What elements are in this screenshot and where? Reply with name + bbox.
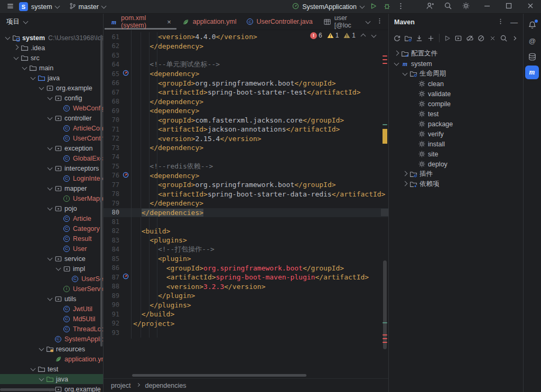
maven-download-button[interactable]: [415, 32, 424, 44]
stripe-change-mark[interactable]: [383, 124, 387, 125]
maven-run-button[interactable]: [442, 32, 452, 44]
tool-stripe-bell-button[interactable]: [525, 18, 539, 32]
chevron-down-icon[interactable]: [47, 256, 52, 261]
tool-stripe-maven-button[interactable]: m: [525, 66, 539, 79]
editor-horizontal-scrollbar[interactable]: [132, 374, 306, 377]
code-line-88[interactable]: 88 <version>3.2.3</version>: [104, 282, 388, 292]
project-widget[interactable]: system: [31, 1, 60, 13]
error-count[interactable]: ! 6: [310, 32, 322, 39]
maven-tree-item-item[interactable]: 配置文件: [389, 49, 523, 59]
project-tree-item-userservice[interactable]: IUserService: [0, 284, 103, 294]
chevron-down-icon[interactable]: [39, 85, 44, 90]
project-tree-item-utils[interactable]: utils: [0, 294, 103, 304]
code-line-77[interactable]: 77 <groupId>org.springframework.boot</gr…: [104, 180, 388, 190]
project-tree-item-articlecontro[interactable]: CArticleContro: [0, 123, 103, 133]
chevron-down-icon[interactable]: [47, 206, 52, 211]
code-line-74[interactable]: 74: [104, 153, 388, 162]
code-line-81[interactable]: 81: [104, 217, 388, 227]
code-line-84[interactable]: 84 <!--打包操作-->: [104, 245, 388, 255]
maven-tree-item-item[interactable]: 生命周期: [389, 69, 523, 79]
project-tree-item-application-yml[interactable]: application.yml: [0, 354, 103, 364]
minimize-button[interactable]: [476, 0, 498, 14]
project-tree-item-resources[interactable]: resources: [0, 344, 103, 354]
chevron-down-icon[interactable]: [13, 55, 18, 60]
warning-count[interactable]: 1: [327, 32, 339, 39]
tab-application-yml[interactable]: application.yml: [176, 14, 242, 30]
error-stripe-mark[interactable]: [383, 59, 387, 60]
tab-list-chevron-icon[interactable]: [366, 18, 371, 24]
maven-execute-button[interactable]: [454, 32, 463, 44]
search-everywhere-button[interactable]: [442, 1, 454, 13]
tab-pom-xml-system[interactable]: mpom.xml (system)×: [105, 14, 176, 30]
tool-stripe-ai-button[interactable]: @: [525, 34, 539, 48]
breadcrumb-item[interactable]: dependencies: [145, 382, 186, 389]
ellipsis-vertical-icon[interactable]: [497, 18, 504, 26]
maven-tree-item-site[interactable]: site: [389, 149, 523, 159]
project-tree-item-system[interactable]: systemC:\Users\31968\IdeaPro: [0, 33, 103, 43]
project-tree-item-usercontrolle[interactable]: CUserControlle: [0, 133, 103, 143]
code-line-67[interactable]: 67 <artifactId>spring-boot-starter-test<…: [104, 88, 388, 97]
maven-dependency-gutter-icon[interactable]: [123, 273, 129, 281]
project-tree-item-loginintercep[interactable]: CLoginIntercep: [0, 173, 103, 183]
code-line-70[interactable]: 70 <groupId>com.fasterxml.jackson.core</…: [104, 116, 388, 125]
project-tree-item-java[interactable]: java: [0, 73, 103, 83]
chevron-right-icon[interactable]: [402, 171, 407, 176]
code-line-87[interactable]: 87 <artifactId>spring-boot-maven-plugin<…: [104, 273, 388, 282]
chevron-down-icon[interactable]: [47, 185, 52, 191]
error-stripe-mark[interactable]: [383, 55, 387, 57]
chevron-down-icon[interactable]: [22, 65, 27, 70]
maven-tree-item-clean[interactable]: clean: [389, 79, 523, 89]
main-menu-button[interactable]: [4, 1, 16, 13]
code-line-89[interactable]: 89 </plugin>: [104, 291, 388, 301]
maven-offline-button[interactable]: [476, 32, 486, 44]
project-tree-item-controller[interactable]: controller: [0, 113, 103, 123]
tab-close-icon[interactable]: ×: [167, 18, 171, 26]
more-actions-button[interactable]: [395, 1, 406, 13]
maven-dependency-gutter-icon[interactable]: [123, 172, 129, 180]
hide-panel-icon[interactable]: —: [510, 18, 518, 26]
run-button[interactable]: [367, 1, 379, 13]
chevron-down-icon[interactable]: [47, 145, 52, 151]
breadcrumb-item[interactable]: project: [111, 382, 131, 389]
code-line-69[interactable]: 69 <dependency>: [104, 106, 388, 116]
maven-add-button[interactable]: [426, 32, 435, 44]
project-tree-item-jwtutil[interactable]: CJwtUtil: [0, 304, 103, 314]
project-tree-item-pojo[interactable]: pojo: [0, 203, 103, 213]
project-tree-item-java[interactable]: java: [0, 374, 103, 384]
chevron-down-icon[interactable]: [55, 266, 61, 271]
project-tree-item-main[interactable]: main: [0, 63, 103, 73]
code-line-62[interactable]: 62 </dependency>: [104, 42, 388, 51]
code-line-80[interactable]: 80 </dependencies>: [104, 208, 388, 218]
code-line-78[interactable]: 78 <artifactId>spring-boot-starter-data-…: [104, 190, 388, 199]
code-line-86[interactable]: 86 <groupId>org.springframework.boot</gr…: [104, 264, 388, 273]
maven-search-button[interactable]: [499, 32, 508, 44]
chevron-right-icon[interactable]: [13, 45, 18, 50]
project-tree-item-category[interactable]: CCategory: [0, 223, 103, 234]
settings-button[interactable]: [460, 1, 472, 13]
code-line-75[interactable]: 75 <!--redis依赖-->: [104, 162, 388, 171]
maven-tree-item-package[interactable]: package: [389, 119, 523, 129]
code-line-76[interactable]: 76 <dependency>: [104, 171, 388, 181]
next-problem-button[interactable]: [371, 33, 377, 38]
project-tree-item-impl[interactable]: impl: [0, 264, 103, 274]
project-tree-item-org-example[interactable]: org.example: [0, 83, 103, 93]
maven-tree-item-system[interactable]: msystem: [389, 59, 523, 69]
maven-tree-item-validate[interactable]: validate: [389, 89, 523, 99]
maven-tree-item-item[interactable]: 插件: [389, 169, 523, 179]
tab-usercontroller-java[interactable]: CUserController.java: [241, 14, 318, 30]
project-panel-header[interactable]: 项目: [0, 14, 103, 30]
code-line-68[interactable]: 68 </dependency>: [104, 97, 388, 107]
maven-tree-item-install[interactable]: install: [389, 139, 523, 149]
chevron-down-icon[interactable]: [30, 75, 35, 80]
project-tree-item-globalexcept[interactable]: CGlobalExcept: [0, 153, 103, 163]
chevron-down-icon[interactable]: [39, 346, 44, 351]
project-tree-item-systemapplicati[interactable]: CSystemApplicati: [0, 334, 103, 344]
maven-tree-item-verify[interactable]: verify: [389, 129, 523, 139]
chevron-down-icon[interactable]: [47, 115, 52, 120]
code-with-me-button[interactable]: [424, 1, 436, 13]
maximize-button[interactable]: [498, 0, 519, 14]
code-line-65[interactable]: 65 <dependency>: [104, 69, 388, 79]
maven-reload-button[interactable]: [403, 32, 413, 44]
tab-user-loc[interactable]: user [@loc: [318, 14, 365, 30]
debug-button[interactable]: [381, 1, 393, 13]
